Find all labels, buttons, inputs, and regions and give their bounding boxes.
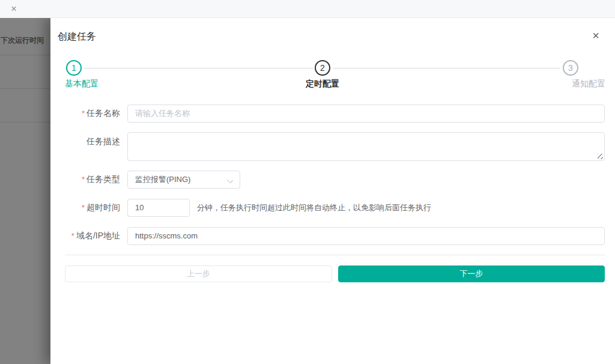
required-marker: * — [82, 203, 85, 212]
required-marker: * — [82, 175, 85, 184]
form-row-task-description: 任务描述 — [65, 132, 605, 161]
task-type-select[interactable]: 监控报警(PING) — [127, 171, 240, 189]
required-marker: * — [82, 109, 85, 118]
task-name-label: *任务名称 — [65, 104, 120, 123]
task-type-label: *任务类型 — [65, 170, 120, 189]
table-row-divider — [0, 55, 50, 55]
dialog-close-icon[interactable]: × — [592, 29, 599, 42]
step-number: 3 — [563, 60, 578, 76]
step-label: 通知配置 — [572, 79, 605, 89]
task-name-input[interactable] — [127, 105, 605, 123]
timeout-input[interactable] — [127, 199, 190, 217]
chevron-down-icon — [228, 178, 232, 183]
close-icon[interactable]: × — [11, 2, 17, 16]
domain-label: *域名/IP地址 — [65, 226, 120, 245]
timeout-label: *超时时间 — [65, 198, 120, 217]
dialog-title: 创建任务 — [58, 31, 96, 43]
required-marker: * — [71, 231, 74, 240]
domain-input[interactable] — [127, 227, 605, 245]
stepper: 1 基本配置 2 定时配置 3 通知配置 — [65, 60, 605, 91]
task-description-label: 任务描述 — [65, 132, 120, 161]
table-row-divider — [0, 122, 50, 123]
step-number: 1 — [66, 60, 82, 76]
next-step-button[interactable]: 下一步 — [338, 265, 605, 282]
form-row-task-type: *任务类型 监控报警(PING) — [65, 170, 605, 189]
form-row-task-name: *任务名称 — [65, 104, 605, 123]
form-row-domain: *域名/IP地址 — [65, 226, 605, 245]
form-row-timeout: *超时时间 分钟，任务执行时间超过此时间将自动终止，以免影响后面任务执行 — [65, 198, 605, 217]
previous-step-button[interactable]: 上一步 — [65, 265, 332, 282]
task-description-textarea[interactable] — [127, 132, 605, 161]
step-label: 基本配置 — [65, 79, 98, 89]
step-connector — [84, 68, 314, 68]
step-label: 定时配置 — [306, 79, 339, 89]
step-connector — [333, 68, 560, 68]
background-column-header: 下次运行时间 — [1, 35, 44, 46]
step-number: 2 — [315, 60, 330, 76]
task-type-selected-value: 监控报警(PING) — [135, 174, 190, 185]
table-row-divider — [0, 88, 50, 89]
create-task-dialog: 创建任务 × 1 基本配置 2 定时配置 3 通知配置 *任务名称 任务描述 — [50, 18, 615, 364]
topbar: × — [0, 0, 615, 18]
background-overlay: 下次运行时间 — [0, 18, 50, 364]
dialog-footer: 上一步 下一步 — [65, 255, 605, 282]
create-task-form: *任务名称 任务描述 *任务类型 监控报警(PING) — [65, 104, 605, 282]
timeout-hint: 分钟，任务执行时间超过此时间将自动终止，以免影响后面任务执行 — [197, 202, 431, 213]
